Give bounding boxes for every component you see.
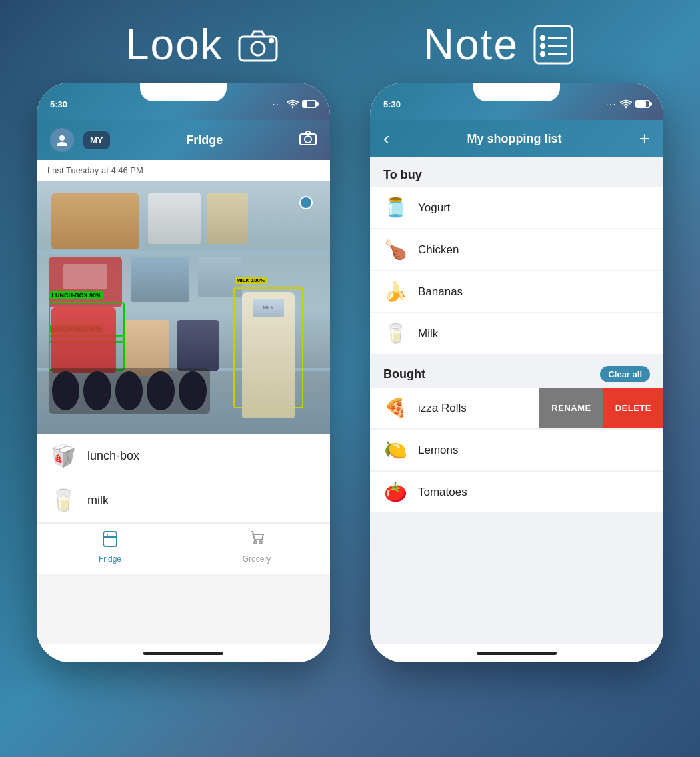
list-item-tomatoes[interactable]: 🍅 Tomatoes — [370, 472, 663, 512]
pizza-rolls-icon: 🍕 — [383, 397, 407, 419]
list-item-bananas[interactable]: 🍌 Bananas — [370, 271, 663, 312]
tomatoes-icon: 🍅 — [383, 481, 407, 503]
right-status-right: ··· — [606, 99, 650, 109]
list-item-lemons[interactable]: 🍋 Lemons — [370, 430, 663, 470]
to-buy-header: To buy — [370, 157, 663, 187]
chicken-icon: 🍗 — [383, 239, 407, 261]
add-button[interactable]: + — [639, 128, 650, 149]
shopping-content: To buy 🫙 Yogurt 🍗 Chicken 🍌 Bananas 🥛 Mi… — [370, 157, 663, 644]
left-phone: 5:30 ··· MY Fridge — [37, 83, 330, 662]
milk-icon: 🥛 — [50, 488, 77, 513]
list-item-yogurt[interactable]: 🫙 Yogurt — [370, 187, 663, 228]
bought-header: Bought Clear all — [370, 355, 663, 388]
tab-grocery[interactable]: Grocery — [183, 529, 330, 564]
list-icon — [532, 23, 575, 66]
svg-point-1 — [251, 42, 265, 55]
yogurt-name: Yogurt — [418, 201, 451, 215]
lemons-name: Lemons — [418, 444, 458, 457]
fridge-title: Fridge — [186, 133, 223, 147]
notch — [140, 83, 227, 101]
left-home-bar — [37, 644, 330, 662]
last-updated: Last Tuesday at 4:46 PM — [37, 160, 330, 181]
wifi-icon-right — [620, 99, 632, 109]
right-home-indicator — [477, 652, 557, 655]
nav-camera-icon[interactable] — [299, 131, 317, 149]
grocery-tab-icon — [247, 529, 266, 552]
right-home-bar — [370, 644, 663, 662]
left-nav-bar: MY Fridge — [37, 120, 330, 160]
wifi-icon-left — [287, 99, 299, 109]
svg-point-4 — [541, 36, 545, 40]
bottom-tabs: Fridge Grocery — [37, 523, 330, 574]
left-phone-content: Last Tuesday at 4:46 PM — [37, 160, 330, 644]
rename-button[interactable]: RENAME — [539, 388, 603, 428]
tomatoes-name: Tomatoes — [418, 486, 467, 499]
left-signal: ··· — [273, 99, 283, 109]
right-status-bar: 5:30 ··· — [370, 83, 663, 120]
list-item-pizza-rolls[interactable]: 🍕 izza Rolls RENAME DELETE — [370, 388, 663, 428]
lunchbox-label: lunch-box — [87, 449, 139, 463]
notch-right — [473, 83, 560, 101]
list-item-milk[interactable]: 🥛 Milk — [370, 313, 663, 354]
svg-point-16 — [254, 541, 257, 544]
left-time: 5:30 — [50, 99, 67, 109]
camera-icon — [237, 23, 279, 66]
fridge-tab-icon — [101, 529, 119, 552]
shopping-list-title: My shopping list — [467, 132, 561, 146]
right-time: 5:30 — [383, 99, 401, 109]
header-row: Look Note — [0, 0, 700, 83]
left-battery — [302, 100, 317, 108]
detected-items-list: 🥡 lunch-box 🥛 milk — [37, 434, 330, 523]
lemons-icon: 🍋 — [383, 439, 407, 461]
svg-point-2 — [269, 39, 273, 43]
left-status-right: ··· — [273, 99, 317, 109]
lunchbox-icon: 🥡 — [50, 443, 77, 468]
right-signal: ··· — [606, 99, 617, 109]
shopping-nav: ‹ My shopping list + — [370, 120, 663, 157]
svg-point-8 — [541, 52, 545, 56]
to-buy-label: To buy — [383, 168, 422, 182]
pizza-rolls-name: izza Rolls — [418, 402, 467, 415]
bought-label: Bought — [383, 367, 425, 381]
bananas-icon: 🍌 — [383, 281, 407, 303]
avatar — [50, 128, 74, 152]
list-item-chicken[interactable]: 🍗 Chicken — [370, 229, 663, 270]
note-title: Note — [423, 20, 519, 69]
back-button[interactable]: ‹ — [383, 128, 389, 149]
yogurt-icon: 🫙 — [383, 197, 407, 219]
tab-fridge[interactable]: Fridge — [37, 529, 183, 564]
milk-shop-icon: 🥛 — [383, 323, 407, 345]
list-item: 🥡 lunch-box — [37, 434, 330, 478]
right-battery — [635, 100, 650, 108]
delete-button[interactable]: DELETE — [603, 388, 663, 428]
fridge-image: LUNCH-BOX 90% LUNCH-BOX 90% MILK 100% — [37, 181, 330, 434]
milk-shop-name: Milk — [418, 327, 438, 341]
note-section: Note — [423, 20, 575, 69]
left-status-bar: 5:30 ··· — [37, 83, 330, 120]
look-title: Look — [125, 20, 223, 69]
chicken-name: Chicken — [418, 243, 459, 257]
svg-point-10 — [59, 135, 65, 141]
list-item: 🥛 milk — [37, 478, 330, 523]
svg-point-6 — [541, 44, 545, 48]
milk-label: milk — [87, 494, 109, 508]
bananas-name: Bananas — [418, 285, 463, 299]
svg-point-12 — [305, 136, 311, 143]
home-indicator — [143, 652, 223, 655]
grocery-tab-label: Grocery — [243, 554, 271, 564]
look-section: Look — [125, 20, 279, 69]
svg-point-17 — [259, 541, 262, 544]
user-badge: MY — [83, 131, 110, 149]
clear-all-button[interactable]: Clear all — [600, 366, 650, 382]
right-phone: 5:30 ··· ‹ My shopping list + To buy — [370, 83, 663, 662]
fridge-tab-label: Fridge — [99, 554, 121, 564]
svg-rect-13 — [103, 532, 117, 546]
phones-row: 5:30 ··· MY Fridge — [0, 83, 700, 662]
pizza-rolls-content: 🍕 izza Rolls — [370, 388, 539, 428]
